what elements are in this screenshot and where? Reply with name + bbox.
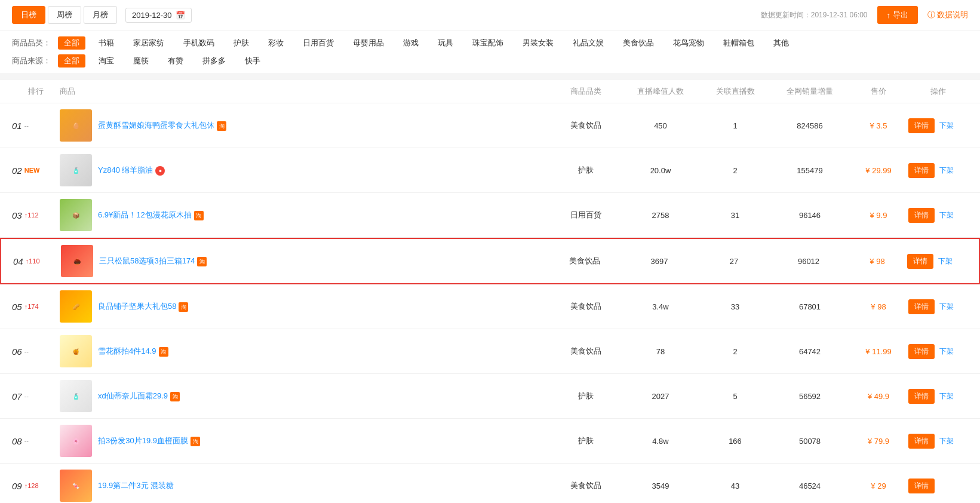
source-all[interactable]: 全部: [58, 54, 85, 68]
table-row-highlighted: 04 ↑110 🌰 三只松鼠58选项3拍三箱174淘 美食饮品 3697 27 …: [0, 238, 980, 284]
rank-cell: 04 ↑110: [13, 256, 61, 266]
tab-monthly[interactable]: 月榜: [84, 6, 117, 24]
detail-button[interactable]: 详情: [908, 208, 935, 223]
live-count-cell: 1: [699, 121, 771, 130]
detail-button[interactable]: 详情: [908, 479, 935, 493]
category-books[interactable]: 书籍: [93, 36, 120, 50]
category-cell: 护肤: [550, 165, 622, 176]
action-cell: 详情 下架: [908, 389, 968, 404]
category-makeup[interactable]: 彩妆: [262, 36, 290, 50]
table-row: 02 NEW 🧴 Yz840 绵羊脂油● 护肤 20.0w 2 155479 ¥…: [0, 148, 980, 193]
rank-number: 01: [12, 121, 22, 131]
remove-button[interactable]: 下架: [938, 256, 953, 266]
category-cell: 日用百货: [550, 210, 622, 220]
price-cell: ¥ 9.9: [849, 211, 908, 220]
category-food[interactable]: 美食饮品: [617, 36, 660, 50]
detail-button[interactable]: 详情: [908, 299, 935, 314]
category-home[interactable]: 家居家纺: [127, 36, 170, 50]
tab-daily[interactable]: 日榜: [12, 6, 45, 24]
remove-button[interactable]: 下架: [939, 210, 954, 220]
price-cell: ¥ 98: [847, 257, 907, 266]
filter-section: 商品品类： 全部 书籍 家居家纺 手机数码 护肤 彩妆 日用百货 母婴用品 游戏…: [0, 30, 980, 74]
product-cell: 🧴 xd仙蒂奈儿面霜29.9淘: [60, 380, 550, 412]
data-explain-label: 数据说明: [937, 10, 968, 20]
sales-increase-cell: 67801: [771, 302, 849, 311]
price-cell: ¥ 98: [849, 302, 908, 311]
product-name-link[interactable]: xd仙蒂奈儿面霜29.9淘: [98, 391, 180, 401]
source-youzan[interactable]: 有赞: [162, 54, 189, 68]
remove-button[interactable]: 下架: [939, 346, 954, 357]
detail-button[interactable]: 详情: [908, 344, 935, 359]
detail-button[interactable]: 详情: [908, 163, 935, 178]
product-cell: 🍯 雪花酥拍4件14.9淘: [60, 335, 550, 367]
export-icon: ↑: [887, 11, 891, 20]
live-icon: ●: [155, 166, 165, 176]
product-name-link[interactable]: 6.9¥新品！12包漫花原木抽淘: [98, 210, 204, 220]
sales-increase-cell: 50078: [771, 437, 849, 446]
category-label: 商品品类：: [12, 38, 51, 48]
product-name-link[interactable]: 三只松鼠58选项3拍三箱174淘: [99, 256, 207, 266]
remove-button[interactable]: 下架: [939, 436, 954, 446]
top-bar-right: 数据更新时间：2019-12-31 06:00 ↑ 导出 ⓘ 数据说明: [761, 6, 968, 24]
category-jewelry[interactable]: 珠宝配饰: [466, 36, 509, 50]
category-skincare[interactable]: 护肤: [228, 36, 255, 50]
remove-button[interactable]: 下架: [939, 302, 954, 312]
rank-cell: 07 --: [12, 391, 60, 401]
rank-change: --: [24, 392, 29, 400]
live-count-cell: 31: [699, 211, 771, 220]
export-button[interactable]: ↑ 导出: [877, 6, 918, 24]
category-pets[interactable]: 花鸟宠物: [667, 36, 710, 50]
category-toys[interactable]: 玩具: [432, 36, 459, 50]
sales-increase-cell: 46524: [771, 481, 849, 490]
category-digital[interactable]: 手机数码: [177, 36, 220, 50]
remove-button[interactable]: 下架: [939, 121, 954, 131]
product-name-link[interactable]: 良品铺子坚果大礼包58淘: [98, 301, 188, 312]
product-name-link[interactable]: 蛋黄酥雪媚娘海鸭蛋零食大礼包休淘: [98, 120, 226, 131]
table-row: 01 -- 🥚 蛋黄酥雪媚娘海鸭蛋零食大礼包休淘 美食饮品 450 1 8245…: [0, 103, 980, 148]
peak-viewers-cell: 3549: [622, 481, 699, 490]
product-cell: 🍬 19.9第二件3元 混装糖: [60, 470, 550, 502]
rank-cell: 01 --: [12, 121, 60, 131]
detail-button[interactable]: 详情: [908, 434, 935, 449]
remove-button[interactable]: 下架: [939, 391, 954, 401]
product-tag-icon: 淘: [194, 211, 204, 220]
category-gifts[interactable]: 礼品文娱: [567, 36, 610, 50]
category-cell: 美食饮品: [550, 301, 622, 312]
peak-viewers-cell: 78: [622, 347, 699, 356]
action-cell: 详情 下架: [908, 208, 968, 223]
rank-number: 09: [12, 481, 22, 491]
rank-number: 04: [13, 256, 23, 266]
category-baby[interactable]: 母婴用品: [347, 36, 390, 50]
date-picker[interactable]: 2019-12-30 📅: [125, 8, 192, 23]
date-value: 2019-12-30: [132, 11, 172, 20]
detail-button[interactable]: 详情: [908, 118, 935, 133]
live-count-cell: 27: [698, 257, 770, 266]
update-time: 数据更新时间：2019-12-31 06:00: [761, 10, 868, 20]
remove-button[interactable]: 下架: [939, 165, 954, 176]
product-name-link[interactable]: 19.9第二件3元 混装糖: [98, 480, 174, 491]
product-name-link[interactable]: 拍3份发30片19.9血橙面膜淘: [98, 435, 200, 446]
source-kuaishou[interactable]: 快手: [239, 54, 266, 68]
category-daily[interactable]: 日用百货: [297, 36, 340, 50]
data-explain-link[interactable]: ⓘ 数据说明: [927, 10, 968, 20]
tab-weekly[interactable]: 周榜: [48, 6, 81, 24]
rank-cell: 06 --: [12, 346, 60, 357]
source-pinduoduo[interactable]: 拼多多: [196, 54, 232, 68]
source-taobao[interactable]: 淘宝: [93, 54, 120, 68]
detail-button[interactable]: 详情: [907, 254, 933, 269]
category-other[interactable]: 其他: [767, 36, 795, 50]
category-shoes[interactable]: 鞋帽箱包: [717, 36, 760, 50]
rank-number: 05: [12, 302, 22, 312]
category-clothing[interactable]: 男装女装: [517, 36, 560, 50]
product-thumbnail: 📦: [60, 199, 92, 231]
product-thumbnail: 🍬: [60, 470, 92, 502]
rank-cell: 03 ↑112: [12, 210, 60, 220]
source-mojin[interactable]: 魔筷: [127, 54, 155, 68]
product-name-link[interactable]: Yz840 绵羊脂油●: [98, 165, 165, 176]
detail-button[interactable]: 详情: [908, 389, 935, 404]
category-games[interactable]: 游戏: [397, 36, 425, 50]
rank-number: 02: [12, 165, 22, 176]
table-row: 08 -- 🌸 拍3份发30片19.9血橙面膜淘 护肤 4.8w 166 500…: [0, 419, 980, 464]
category-all[interactable]: 全部: [58, 36, 85, 50]
product-name-link[interactable]: 雪花酥拍4件14.9淘: [98, 346, 168, 357]
